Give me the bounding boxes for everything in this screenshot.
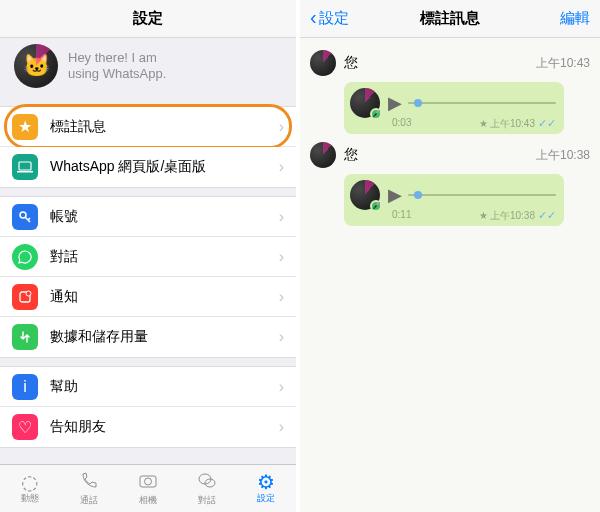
- chevron-right-icon: ›: [279, 328, 284, 346]
- info-icon: i: [12, 374, 38, 400]
- read-ticks-icon: ✓✓: [538, 117, 556, 129]
- svg-rect-1: [17, 171, 33, 173]
- audio-duration: 0:03: [392, 117, 411, 131]
- voice-message-bubble[interactable]: 🎤 ▶ 0:11 ★上午10:38✓✓: [344, 174, 564, 226]
- row-chats-label: 對話: [50, 248, 279, 266]
- tab-camera-label: 相機: [139, 494, 157, 507]
- svg-point-4: [26, 291, 31, 296]
- star-icon: ★: [479, 210, 488, 221]
- group-account: 帳號 › 對話 › 通知 › 數據和儲存用量: [0, 196, 296, 358]
- chevron-left-icon: ‹: [310, 6, 317, 29]
- sender-avatar: [310, 142, 336, 168]
- message-header: 您 上午10:43: [310, 50, 590, 76]
- tab-settings-label: 設定: [257, 492, 275, 505]
- row-chats[interactable]: 對話 ›: [0, 237, 296, 277]
- row-notifications-label: 通知: [50, 288, 279, 306]
- row-data-label: 數據和儲存用量: [50, 328, 279, 346]
- bubble-timestamp: 上午10:38: [490, 210, 535, 221]
- row-account-label: 帳號: [50, 208, 279, 226]
- chevron-right-icon: ›: [279, 208, 284, 226]
- audio-duration: 0:11: [392, 209, 411, 223]
- message-time: 上午10:38: [536, 147, 590, 164]
- bubble-avatar-wrap: 🎤: [350, 180, 380, 210]
- row-account[interactable]: 帳號 ›: [0, 197, 296, 237]
- tab-status-label: 動態: [21, 492, 39, 505]
- chevron-right-icon: ›: [279, 158, 284, 176]
- row-help-label: 幫助: [50, 378, 279, 396]
- settings-scroll[interactable]: 🐱 Hey there! I am using WhatsApp. ★ 標註訊息…: [0, 38, 296, 464]
- tab-chats-label: 對話: [198, 494, 216, 507]
- gear-icon: ⚙: [257, 472, 275, 492]
- message-header: 您 上午10:38: [310, 142, 590, 168]
- back-button[interactable]: ‹ 設定: [310, 7, 349, 30]
- row-tell[interactable]: ♡ 告知朋友 ›: [0, 407, 296, 447]
- message-time: 上午10:43: [536, 55, 590, 72]
- chevron-right-icon: ›: [279, 288, 284, 306]
- row-starred-label: 標註訊息: [50, 118, 279, 136]
- starred-message[interactable]: 您 上午10:38 🎤 ▶ 0:11 ★上午10:38✓✓: [310, 142, 590, 226]
- row-notifications[interactable]: 通知 ›: [0, 277, 296, 317]
- read-ticks-icon: ✓✓: [538, 209, 556, 221]
- tab-calls[interactable]: 通話: [59, 465, 118, 512]
- audio-track[interactable]: [408, 102, 556, 104]
- play-button[interactable]: ▶: [388, 92, 402, 114]
- audio-track[interactable]: [408, 194, 556, 196]
- tab-calls-label: 通話: [80, 494, 98, 507]
- chevron-right-icon: ›: [279, 378, 284, 396]
- starred-message[interactable]: 您 上午10:43 🎤 ▶ 0:03 ★上午10:43✓✓: [310, 50, 590, 134]
- row-data[interactable]: 數據和儲存用量 ›: [0, 317, 296, 357]
- notification-icon: [12, 284, 38, 310]
- back-label: 設定: [319, 9, 349, 28]
- starred-pane: ‹ 設定 標註訊息 編輯 您 上午10:43 🎤 ▶ 0:03: [300, 0, 600, 512]
- heart-icon: ♡: [12, 414, 38, 440]
- group-help: i 幫助 › ♡ 告知朋友 ›: [0, 366, 296, 448]
- bubble-footer: 0:03 ★上午10:43✓✓: [392, 117, 556, 131]
- bubble-timestamp: 上午10:43: [490, 118, 535, 129]
- laptop-icon: [12, 154, 38, 180]
- svg-point-6: [145, 478, 152, 485]
- row-web-label: WhatsApp 網頁版/桌面版: [50, 158, 279, 176]
- play-button[interactable]: ▶: [388, 184, 402, 206]
- sender-name: 您: [344, 146, 536, 164]
- bubble-avatar-wrap: 🎤: [350, 88, 380, 118]
- group-starred-web: ★ 標註訊息 › WhatsApp 網頁版/桌面版 ›: [0, 106, 296, 188]
- chevron-right-icon: ›: [279, 248, 284, 266]
- sender-avatar: [310, 50, 336, 76]
- chats-icon: [197, 471, 217, 494]
- row-starred[interactable]: ★ 標註訊息 ›: [0, 107, 296, 147]
- tab-camera[interactable]: 相機: [118, 465, 177, 512]
- star-icon: ★: [479, 118, 488, 129]
- star-icon: ★: [12, 114, 38, 140]
- tab-status[interactable]: ◌ 動態: [0, 465, 59, 512]
- phone-icon: [79, 471, 99, 494]
- tab-settings[interactable]: ⚙ 設定: [237, 465, 296, 512]
- key-icon: [12, 204, 38, 230]
- profile-row[interactable]: 🐱 Hey there! I am using WhatsApp.: [0, 38, 296, 98]
- bubble-footer: 0:11 ★上午10:38✓✓: [392, 209, 556, 223]
- row-web[interactable]: WhatsApp 網頁版/桌面版 ›: [0, 147, 296, 187]
- starred-navbar: ‹ 設定 標註訊息 編輯: [300, 0, 600, 38]
- settings-title: 設定: [133, 9, 163, 28]
- camera-icon: [138, 471, 158, 494]
- chevron-right-icon: ›: [279, 118, 284, 136]
- row-tell-label: 告知朋友: [50, 418, 279, 436]
- whatsapp-icon: [12, 244, 38, 270]
- status-icon: ◌: [21, 472, 38, 492]
- mic-icon: 🎤: [370, 200, 382, 212]
- tab-chats[interactable]: 對話: [178, 465, 237, 512]
- edit-label: 編輯: [560, 9, 590, 26]
- svg-rect-0: [19, 162, 31, 170]
- row-help[interactable]: i 幫助 ›: [0, 367, 296, 407]
- svg-point-8: [205, 479, 215, 487]
- starred-message-list[interactable]: 您 上午10:43 🎤 ▶ 0:03 ★上午10:43✓✓: [300, 38, 600, 242]
- voice-message-bubble[interactable]: 🎤 ▶ 0:03 ★上午10:43✓✓: [344, 82, 564, 134]
- tab-bar: ◌ 動態 通話 相機 對話 ⚙ 設定: [0, 464, 296, 512]
- starred-title: 標註訊息: [420, 9, 480, 28]
- avatar[interactable]: 🐱: [14, 44, 58, 88]
- profile-status: Hey there! I am using WhatsApp.: [68, 50, 166, 83]
- chevron-right-icon: ›: [279, 418, 284, 436]
- edit-button[interactable]: 編輯: [560, 9, 590, 28]
- data-icon: [12, 324, 38, 350]
- settings-pane: 設定 🐱 Hey there! I am using WhatsApp. ★ 標…: [0, 0, 300, 512]
- settings-navbar: 設定: [0, 0, 296, 38]
